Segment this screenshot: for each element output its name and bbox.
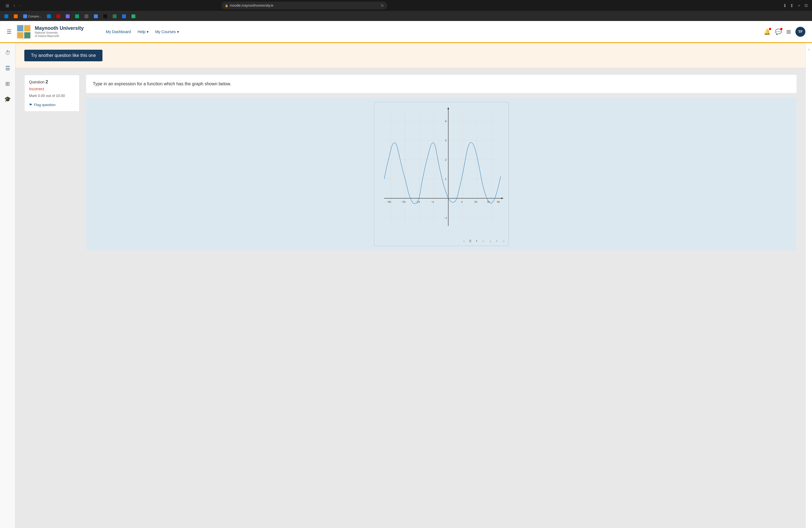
browser-action-buttons: ⬇ ⬆ ＋ ⧉: [783, 3, 808, 9]
bookmark-favicon-check: [131, 14, 135, 18]
hamburger-menu-btn[interactable]: ☰: [6, 28, 12, 35]
sidebar-calendar-icon[interactable]: ⊞: [3, 78, 12, 89]
bookmark-pq[interactable]: [63, 14, 72, 19]
forward-btn[interactable]: ›: [18, 2, 22, 9]
moodle-header: ☰ Maynooth University National Universit…: [0, 21, 812, 43]
bookmark-favicon-edge: [47, 14, 51, 18]
x-label-4pi: 4π: [497, 200, 500, 203]
toolbar-pan-right[interactable]: →: [501, 239, 506, 244]
bookmark-favicon-g: [94, 14, 98, 18]
mark-info: Mark 0.00 out of 10.00: [29, 93, 75, 98]
toolbar-pan-down[interactable]: ↓: [489, 239, 492, 244]
notifications-bell-btn[interactable]: 🔔: [764, 28, 771, 35]
toolbar-zoom-reset[interactable]: 0: [468, 239, 472, 244]
toolbar-zoom-in[interactable]: +: [475, 239, 479, 244]
flag-label: Flag question: [34, 103, 56, 107]
bookmark-1[interactable]: [82, 14, 91, 19]
main-navigation: My Dashboard Help ▾ My Courses ▾: [106, 30, 179, 34]
bookmark-check[interactable]: [129, 14, 137, 19]
nav-help[interactable]: Help ▾: [137, 30, 149, 34]
lock-icon: 🔒: [225, 4, 228, 7]
question-area: Question 2 Incorrect Mark 0.00 out of 10…: [15, 68, 806, 257]
address-bar[interactable]: 🔒 moodle.maynoothuniversity.ie ↻: [221, 2, 387, 10]
sidebar-graduation-icon[interactable]: 🎓: [2, 93, 13, 105]
nav-dashboard[interactable]: My Dashboard: [106, 30, 131, 34]
notification-dot: [769, 28, 771, 30]
browser-nav-buttons: ⊞ ‹ ›: [4, 2, 22, 10]
bookmark-edge[interactable]: [45, 14, 53, 19]
question-number: Question 2: [29, 79, 75, 85]
nav-courses[interactable]: My Courses ▾: [155, 30, 179, 34]
y-label-4: 4: [445, 119, 447, 122]
bookmark-compre[interactable]: Compre...: [21, 14, 44, 19]
bookmark-circle[interactable]: [54, 14, 62, 19]
toolbar-pan-left[interactable]: ←: [481, 239, 487, 244]
toolbar-zoom-out[interactable]: −: [462, 239, 466, 244]
bookmark-globe[interactable]: [120, 14, 128, 19]
question-number-value: 2: [46, 79, 48, 84]
help-dropdown-icon: ▾: [147, 30, 149, 34]
question-container: Question 2 Incorrect Mark 0.00 out of 10…: [24, 75, 797, 250]
bookmark-notion[interactable]: [101, 14, 110, 19]
page-wrapper: ⏱ ☰ ⊞ 🎓 Try another question like this o…: [0, 43, 812, 528]
x-label-negpi: −π: [431, 200, 434, 203]
university-sub1: National University: [35, 31, 84, 34]
x-label-neg3pi: −3π: [401, 200, 406, 203]
bookmark-fire[interactable]: [12, 14, 20, 19]
sidebar-toggle-btn[interactable]: ⊞: [4, 2, 10, 10]
bookmark-favicon-windows: [4, 14, 8, 18]
incorrect-badge: Incorrect: [29, 87, 75, 91]
graph-container: −4π −3π −2π −π π 2π 3π 4π −1: [374, 102, 509, 246]
messages-btn[interactable]: 💬: [775, 28, 782, 35]
bookmark-favicon-fire: [14, 14, 18, 18]
back-btn[interactable]: ‹: [12, 2, 16, 9]
url-text: moodle.maynoothuniversity.ie: [230, 4, 273, 8]
bookmark-favicon-leaf: [113, 14, 117, 18]
try-another-question-btn[interactable]: Try another question like this one: [24, 50, 102, 61]
question-info-card: Question 2 Incorrect Mark 0.00 out of 10…: [24, 75, 79, 112]
y-label-3: 3: [445, 138, 447, 142]
try-another-banner: Try another question like this one: [15, 43, 806, 68]
bookmark-favicon-circle: [56, 14, 60, 18]
left-sidebar: ⏱ ☰ ⊞ 🎓: [0, 43, 15, 528]
collapse-arrow-icon: ‹: [808, 47, 810, 52]
sidebar-list-icon[interactable]: ☰: [3, 63, 12, 74]
share-btn[interactable]: ⬆: [790, 3, 794, 8]
flag-question-link[interactable]: ⚑ Flag question: [29, 103, 75, 107]
bookmark-g[interactable]: [92, 14, 100, 19]
bookmark-leaf[interactable]: [111, 14, 119, 19]
svg-rect-3: [17, 32, 23, 39]
extensions-btn[interactable]: ⧉: [804, 3, 808, 8]
function-curve: [384, 143, 501, 204]
user-avatar[interactable]: TF: [795, 27, 806, 37]
y-label-1: 1: [445, 177, 447, 180]
svg-rect-1: [17, 25, 23, 31]
x-label-pi: π: [461, 200, 463, 203]
graph-toolbar: − 0 + ← ↓ ↑ →: [376, 239, 506, 244]
message-dot: [780, 28, 782, 30]
bookmark-favicon-compre: [23, 14, 27, 18]
university-logo-area: Maynooth University National University …: [16, 24, 84, 40]
university-logo: [16, 24, 31, 40]
right-collapse-btn[interactable]: ‹: [806, 43, 812, 528]
university-name: Maynooth University: [35, 25, 84, 31]
bookmark-windows[interactable]: [2, 14, 11, 19]
apps-grid-btn[interactable]: ⊞: [786, 28, 791, 35]
y-label-2: 2: [445, 158, 447, 161]
question-prompt: Type in an expression for a function whi…: [93, 82, 790, 86]
svg-rect-2: [24, 25, 30, 31]
svg-marker-22: [447, 107, 449, 109]
download-btn[interactable]: ⬇: [783, 3, 787, 8]
function-graph: −4π −3π −2π −π π 2π 3π 4π −1: [376, 104, 506, 237]
browser-titlebar: ⊞ ‹ › 🔒 moodle.maynoothuniversity.ie ↻ ⬇…: [0, 0, 812, 11]
toolbar-pan-up[interactable]: ↑: [495, 239, 498, 244]
new-tab-btn[interactable]: ＋: [797, 3, 801, 9]
sidebar-clock-icon[interactable]: ⏱: [3, 47, 13, 58]
university-name-block: Maynooth University National University …: [35, 25, 84, 38]
question-text: Type in an expression for a function whi…: [86, 75, 797, 93]
bookmark-a[interactable]: [73, 14, 81, 19]
reload-icon[interactable]: ↻: [381, 4, 384, 8]
bookmark-favicon-pq: [66, 14, 70, 18]
main-content: Try another question like this one Quest…: [15, 43, 806, 528]
x-label-neg4pi: −4π: [387, 200, 391, 203]
